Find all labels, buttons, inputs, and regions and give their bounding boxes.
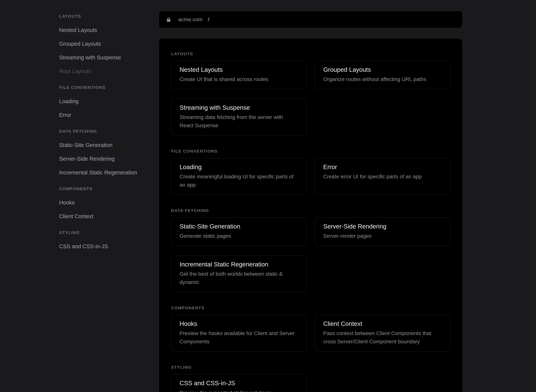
card-hooks[interactable]: HooksPreview the hooks available for Cli… <box>171 315 306 352</box>
sidebar: LAYOUTSNested LayoutsGrouped LayoutsStre… <box>59 14 154 260</box>
sidebar-item-server-side-rendering[interactable]: Server-Side Rendering <box>59 155 154 162</box>
section-layouts: LAYOUTSNested LayoutsCreate UI that is s… <box>171 51 450 135</box>
sidebar-item-error[interactable]: Error <box>59 112 154 119</box>
card-description-nested-layouts: Create UI that is shared across routes <box>180 75 298 84</box>
sidebar-section-title-components: COMPONENTS <box>59 186 154 191</box>
card-grid-styling: CSS and CSS-in-JSPreview the supported s… <box>171 374 450 392</box>
url-host: acme.com <box>178 17 202 23</box>
sidebar-item-hooks[interactable]: Hooks <box>59 199 154 206</box>
sidebar-item-grouped-layouts[interactable]: Grouped Layouts <box>59 40 154 47</box>
card-title-error: Error <box>323 163 442 171</box>
sidebar-section-file-conventions: FILE CONVENTIONSLoadingError <box>59 85 154 125</box>
card-title-server-side-rendering: Server-Side Rendering <box>323 223 442 230</box>
sidebar-section-title-file-conventions: FILE CONVENTIONS <box>59 85 154 90</box>
card-title-loading: Loading <box>180 163 298 171</box>
section-styling: STYLINGCSS and CSS-in-JSPreview the supp… <box>171 365 450 392</box>
card-grid-data-fetching: Static-Site GenerationGenerate static pa… <box>171 217 450 292</box>
lock-icon <box>166 17 172 22</box>
address-bar[interactable]: acme.com / <box>159 11 462 28</box>
card-client-context[interactable]: Client ContextPass context between Clien… <box>315 315 450 352</box>
sidebar-item-static-site-generation[interactable]: Static-Site Generation <box>59 141 154 149</box>
card-streaming-with-suspense[interactable]: Streaming with SuspenseStreaming data fe… <box>171 99 306 135</box>
sidebar-section-data-fetching: DATA FETCHINGStatic-Site GenerationServe… <box>59 129 154 183</box>
card-title-client-context: Client Context <box>323 320 442 328</box>
card-title-grouped-layouts: Grouped Layouts <box>323 66 442 74</box>
card-title-nested-layouts: Nested Layouts <box>180 66 298 74</box>
card-title-static-site-generation: Static-Site Generation <box>180 223 298 230</box>
card-description-loading: Create meaningful loading UI for specifi… <box>180 173 298 189</box>
card-description-incremental-static-regeneration: Get the best of both worlds between stat… <box>180 270 298 286</box>
sidebar-section-styling: STYLINGCSS and CSS-in-JS <box>59 230 154 257</box>
card-grid-file-conventions: LoadingCreate meaningful loading UI for … <box>171 158 450 195</box>
card-incremental-static-regeneration[interactable]: Incremental Static RegenerationGet the b… <box>171 255 306 292</box>
card-static-site-generation[interactable]: Static-Site GenerationGenerate static pa… <box>171 217 306 246</box>
card-grouped-layouts[interactable]: Grouped LayoutsOrganize routes without a… <box>315 61 450 89</box>
sidebar-section-title-layouts: LAYOUTS <box>59 14 154 19</box>
card-description-streaming-with-suspense: Streaming data fetching from the server … <box>180 113 298 130</box>
sidebar-item-root-layouts: Root Layouts <box>59 68 154 75</box>
sidebar-section-components: COMPONENTSHooksClient Context <box>59 186 154 226</box>
card-grid-layouts: Nested LayoutsCreate UI that is shared a… <box>171 61 450 135</box>
section-data-fetching: DATA FETCHINGStatic-Site GenerationGener… <box>171 208 450 292</box>
url-path: / <box>208 17 209 23</box>
card-title-css-and-css-in-js: CSS and CSS-in-JS <box>180 379 298 387</box>
card-title-hooks: Hooks <box>180 320 298 328</box>
section-title-styling: STYLING <box>171 365 450 370</box>
sidebar-item-css-and-css-in-js[interactable]: CSS and CSS-in-JS <box>59 243 154 250</box>
content-panel: LAYOUTSNested LayoutsCreate UI that is s… <box>159 38 462 392</box>
card-description-hooks: Preview the hooks available for Client a… <box>180 329 298 346</box>
sidebar-item-incremental-static-regeneration[interactable]: Incremental Static Regeneration <box>59 169 154 176</box>
card-description-error: Create error UI for specific parts of an… <box>323 173 442 181</box>
card-loading[interactable]: LoadingCreate meaningful loading UI for … <box>171 158 306 195</box>
card-server-side-rendering[interactable]: Server-Side RenderingServer-render pages <box>315 217 450 246</box>
card-css-and-css-in-js[interactable]: CSS and CSS-in-JSPreview the supported s… <box>171 374 306 392</box>
sidebar-section-title-data-fetching: DATA FETCHING <box>59 129 154 134</box>
section-components: COMPONENTSHooksPreview the hooks availab… <box>171 305 450 352</box>
card-description-css-and-css-in-js: Preview the supported styling solutions <box>180 389 298 392</box>
sidebar-item-nested-layouts[interactable]: Nested Layouts <box>59 27 154 34</box>
card-description-server-side-rendering: Server-render pages <box>323 232 442 240</box>
card-title-streaming-with-suspense: Streaming with Suspense <box>180 104 298 112</box>
section-title-components: COMPONENTS <box>171 305 450 311</box>
section-file-conventions: FILE CONVENTIONSLoadingCreate meaningful… <box>171 149 450 195</box>
sidebar-item-streaming-with-suspense[interactable]: Streaming with Suspense <box>59 54 154 61</box>
card-description-client-context: Pass context between Client Components t… <box>323 329 442 346</box>
card-description-static-site-generation: Generate static pages <box>180 232 298 240</box>
card-description-grouped-layouts: Organize routes without affecting URL pa… <box>323 75 442 84</box>
sidebar-item-loading[interactable]: Loading <box>59 98 154 105</box>
card-nested-layouts[interactable]: Nested LayoutsCreate UI that is shared a… <box>171 61 306 89</box>
section-title-layouts: LAYOUTS <box>171 51 450 56</box>
section-title-data-fetching: DATA FETCHING <box>171 208 450 213</box>
sidebar-section-title-styling: STYLING <box>59 230 154 235</box>
card-title-incremental-static-regeneration: Incremental Static Regeneration <box>180 261 298 268</box>
card-grid-components: HooksPreview the hooks available for Cli… <box>171 315 450 352</box>
section-title-file-conventions: FILE CONVENTIONS <box>171 149 450 154</box>
sidebar-item-client-context[interactable]: Client Context <box>59 213 154 220</box>
sidebar-section-layouts: LAYOUTSNested LayoutsGrouped LayoutsStre… <box>59 14 154 81</box>
card-error[interactable]: ErrorCreate error UI for specific parts … <box>315 158 450 195</box>
